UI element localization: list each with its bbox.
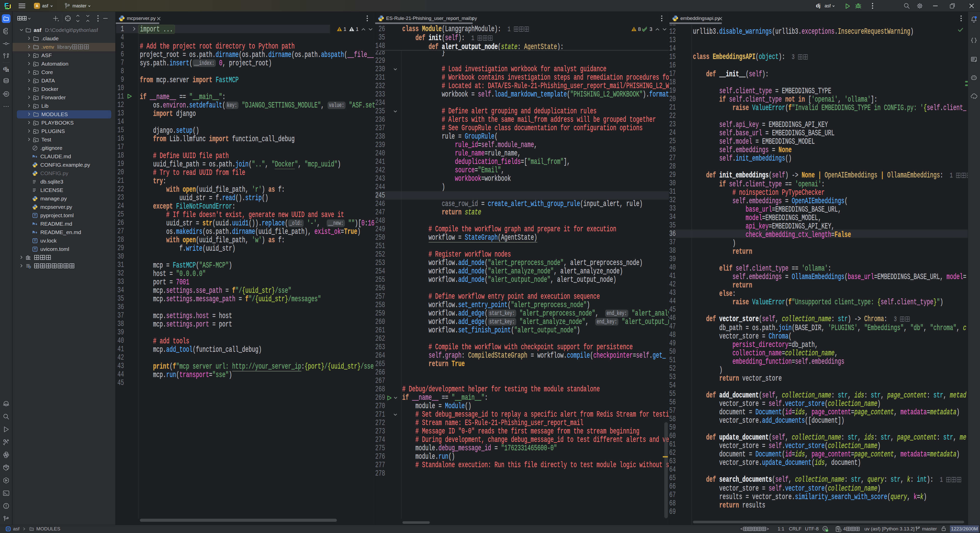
svg-text:di: di	[3, 66, 7, 71]
svg-text:PC: PC	[6, 5, 9, 7]
